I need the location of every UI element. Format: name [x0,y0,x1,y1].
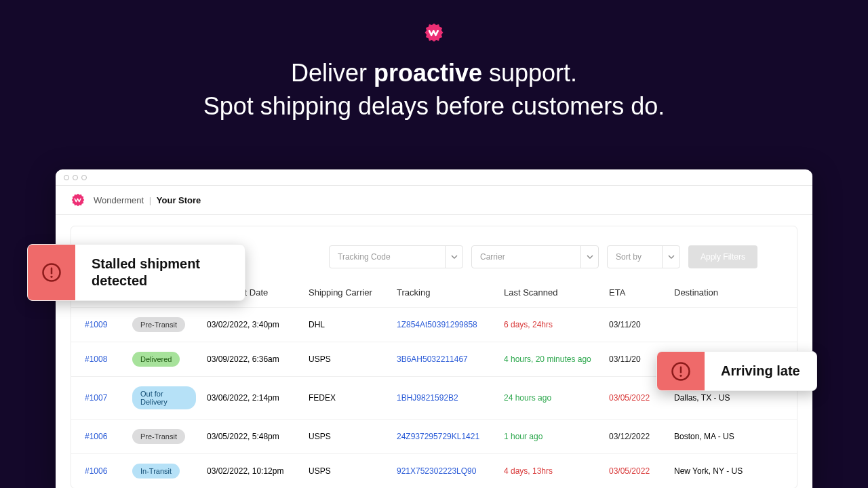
window-dot [81,175,87,180]
chevron-down-icon [662,246,679,268]
window-dot [73,175,78,180]
col-eta: ETA [604,281,669,308]
tracking-link[interactable]: 3B6AH5032211467 [397,354,468,364]
carrier: DHL [303,308,391,342]
breadcrumb-store: Your Store [157,195,201,205]
fulfillment-date: 03/09/2022, 6:36am [201,342,303,377]
chevron-down-icon [580,246,598,268]
order-link[interactable]: #1006 [85,432,107,441]
breadcrumb-separator: | [149,195,151,205]
table-row: #1006Pre-Transit03/05/2022, 5:48pmUSPS24… [71,420,797,454]
table-row: #1009Pre-Transit03/02/2022, 3:40pmDHL1Z8… [71,308,797,342]
order-link[interactable]: #1009 [85,320,107,329]
order-link[interactable]: #1006 [85,466,107,476]
last-scanned: 1 hour ago [498,420,604,454]
carrier-select[interactable]: Carrier [471,245,599,268]
stalled-shipment-toast: Stalled shipment detected [27,244,245,301]
tracking-link[interactable]: 921X752302223LQ90 [397,466,476,476]
fulfillment-date: 03/02/2022, 10:12pm [201,454,303,489]
app-header: Wonderment | Your Store [56,186,812,215]
tracking-link[interactable]: 24Z937295729KL1421 [397,432,479,441]
col-last-scanned: Last Scanned [498,281,604,308]
eta: 03/11/20 [604,308,669,342]
stalled-toast-message: Stalled shipment detected [75,245,238,300]
col-destination: Destination [669,281,797,308]
app-logo-icon [71,192,85,207]
carrier: USPS [303,342,391,377]
tracking-code-label: Tracking Code [330,252,445,262]
tracking-code-select[interactable]: Tracking Code [329,245,463,268]
last-scanned: 24 hours ago [498,377,604,420]
status-badge: In-Transit [132,464,180,479]
order-link[interactable]: #1007 [85,393,107,403]
hero-line1-post: support. [482,59,577,87]
app-window: Wonderment | Your Store Tracking Code Ca… [56,169,812,488]
table-row: #1006In-Transit03/02/2022, 10:12pmUSPS92… [71,454,797,489]
carrier-label: Carrier [472,252,580,262]
brand-logo-icon [423,22,445,43]
window-dot [64,175,69,180]
carrier: USPS [303,420,391,454]
col-shipping-carrier: Shipping Carrier [303,281,391,308]
status-badge: Pre-Transit [132,429,185,444]
fulfillment-date: 03/02/2022, 3:40pm [201,308,303,342]
destination: New York, NY - US [669,454,797,489]
breadcrumb-app: Wonderment [94,195,144,205]
last-scanned: 4 hours, 20 minutes ago [498,342,604,377]
destination [669,308,797,342]
order-link[interactable]: #1008 [85,354,107,364]
breadcrumb: Wonderment | Your Store [94,195,201,205]
fulfillment-date: 03/05/2022, 5:48pm [201,420,303,454]
apply-filters-button[interactable]: Apply Filters [688,245,757,268]
tracking-link[interactable]: 1BHJ9821592B2 [397,393,458,403]
hero-line1-bold: proactive [374,59,482,87]
hero-line1-pre: Deliver [291,59,374,87]
eta: 03/05/2022 [604,454,669,489]
fulfillment-date: 03/06/2022, 2:14pm [201,377,303,420]
window-titlebar [56,169,812,186]
tracking-link[interactable]: 1Z854At50391299858 [397,320,477,329]
sort-by-label: Sort by [608,252,662,262]
last-scanned: 4 days, 13hrs [498,454,604,489]
status-badge: Out for Delivery [132,386,196,409]
svg-point-5 [679,374,682,376]
alert-icon [28,245,75,300]
status-badge: Delivered [132,352,180,367]
svg-point-2 [50,276,52,278]
chevron-down-icon [445,246,462,268]
sort-by-select[interactable]: Sort by [607,245,680,268]
col-tracking: Tracking [391,281,498,308]
carrier: FEDEX [303,377,391,420]
carrier: USPS [303,454,391,489]
alert-icon [657,352,705,390]
destination: Boston, MA - US [669,420,797,454]
arriving-late-toast: Arriving late [656,351,817,391]
hero-heading: Deliver proactive support. Spot shipping… [0,57,868,123]
hero-line2: Spot shipping delays before customers do… [203,92,665,120]
status-badge: Pre-Transit [132,317,185,332]
late-toast-message: Arriving late [705,352,816,390]
eta: 03/12/2022 [604,420,669,454]
last-scanned: 6 days, 24hrs [498,308,604,342]
